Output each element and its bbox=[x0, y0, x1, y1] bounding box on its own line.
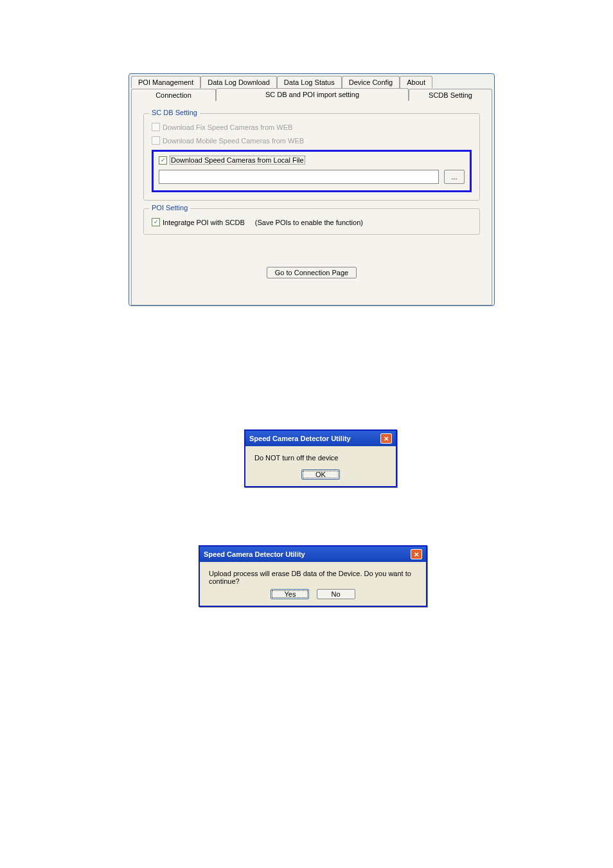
settings-window: POI Management Data Log Download Data Lo… bbox=[129, 73, 495, 306]
checkbox-download-mobile bbox=[152, 136, 160, 145]
dialog2-yes-button[interactable]: Yes bbox=[271, 589, 309, 599]
tab-content: SC DB Setting Download Fix Speed Cameras… bbox=[131, 100, 492, 305]
dialog-confirm-upload: Speed Camera Detector Utility ✕ Upload p… bbox=[199, 545, 427, 607]
checkbox-integrate-poi[interactable]: ✓ bbox=[152, 218, 160, 226]
label-download-local: Download Speed Cameras from Local File bbox=[170, 156, 305, 165]
row-download-local: ✓ Download Speed Cameras from Local File bbox=[159, 156, 465, 165]
browse-button[interactable]: ... bbox=[444, 170, 465, 184]
row-download-fix: Download Fix Speed Cameras from WEB bbox=[152, 123, 472, 131]
scdb-group-title: SC DB Setting bbox=[149, 109, 200, 116]
go-to-connection-button[interactable]: Go to Connection Page bbox=[267, 267, 357, 278]
tab-data-log-status[interactable]: Data Log Status bbox=[277, 76, 342, 88]
poi-setting-group: POI Setting ✓ Integratge POI with SCDB (… bbox=[143, 208, 480, 235]
tab-about[interactable]: About bbox=[400, 76, 432, 88]
close-icon: ✕ bbox=[414, 551, 419, 558]
dialog2-body: Upload process will erase DB data of the… bbox=[200, 562, 426, 589]
dialog1-button-row: OK bbox=[245, 469, 396, 486]
scdb-setting-group: SC DB Setting Download Fix Speed Cameras… bbox=[143, 113, 480, 201]
dialog2-title-text: Speed Camera Detector Utility bbox=[204, 550, 305, 558]
tab-poi-management[interactable]: POI Management bbox=[131, 76, 200, 88]
local-file-highlight: ✓ Download Speed Cameras from Local File… bbox=[152, 150, 472, 192]
dialog2-close-button[interactable]: ✕ bbox=[411, 549, 422, 559]
file-picker-row: ... bbox=[159, 170, 465, 184]
dialog1-message: Do NOT turn off the device bbox=[254, 454, 338, 462]
checkbox-download-local[interactable]: ✓ bbox=[159, 156, 167, 165]
checkbox-download-fix bbox=[152, 123, 160, 131]
row-download-mobile: Download Mobile Speed Cameras from WEB bbox=[152, 136, 472, 145]
dialog2-no-button[interactable]: No bbox=[317, 589, 355, 599]
dialog2-titlebar: Speed Camera Detector Utility ✕ bbox=[200, 547, 426, 562]
tabs-container: POI Management Data Log Download Data Lo… bbox=[129, 74, 494, 305]
tab-scdb-poi-import[interactable]: SC DB and POI import setting bbox=[216, 88, 409, 101]
tab-scdb-setting[interactable]: SCDB Setting bbox=[409, 89, 492, 101]
dialog1-close-button[interactable]: ✕ bbox=[380, 433, 392, 444]
row-integrate-poi: ✓ Integratge POI with SCDB (Save POIs to… bbox=[152, 218, 472, 226]
dialog2-button-row: Yes No bbox=[200, 589, 426, 606]
close-icon: ✕ bbox=[384, 435, 389, 442]
label-download-fix: Download Fix Speed Cameras from WEB bbox=[163, 123, 292, 131]
dialog-do-not-turn-off: Speed Camera Detector Utility ✕ Do NOT t… bbox=[244, 429, 397, 487]
tab-row-back: POI Management Data Log Download Data Lo… bbox=[131, 76, 492, 88]
poi-hint-text: (Save POIs to enable the function) bbox=[255, 219, 363, 226]
tab-data-log-download[interactable]: Data Log Download bbox=[200, 76, 277, 88]
tab-device-config[interactable]: Device Config bbox=[342, 76, 400, 88]
poi-group-title: POI Setting bbox=[149, 204, 190, 212]
tab-row-front: Connection SC DB and POI import setting … bbox=[131, 87, 492, 100]
label-integrate-poi: Integratge POI with SCDB bbox=[163, 219, 245, 226]
dialog1-titlebar: Speed Camera Detector Utility ✕ bbox=[245, 431, 396, 446]
tab-connection[interactable]: Connection bbox=[131, 89, 216, 101]
label-download-mobile: Download Mobile Speed Cameras from WEB bbox=[163, 137, 304, 145]
dialog1-title-text: Speed Camera Detector Utility bbox=[249, 435, 351, 442]
dialog2-message: Upload process will erase DB data of the… bbox=[209, 570, 411, 585]
local-file-path-input[interactable] bbox=[159, 170, 439, 184]
dialog1-ok-button[interactable]: OK bbox=[301, 469, 340, 480]
dialog1-body: Do NOT turn off the device bbox=[245, 446, 396, 469]
